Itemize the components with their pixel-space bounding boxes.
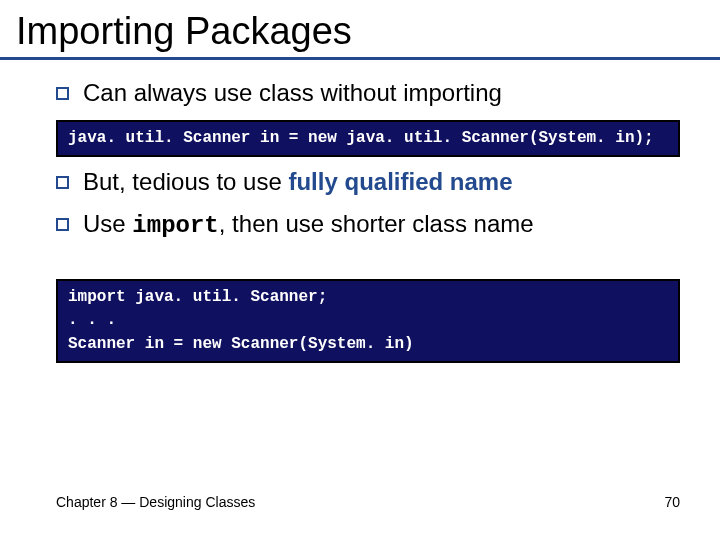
code-box-2: import java. util. Scanner; . . . Scanne… <box>56 279 680 363</box>
square-bullet-icon <box>56 87 69 100</box>
bullet-1: Can always use class without importing <box>56 78 680 108</box>
bullet-2-text: But, tedious to use fully qualified name <box>83 167 513 197</box>
slide-content: Can always use class without importing j… <box>0 60 720 363</box>
slide-title: Importing Packages <box>0 0 720 53</box>
bullet-3-post: , then use shorter class name <box>219 210 534 237</box>
square-bullet-icon <box>56 218 69 231</box>
bullet-2: But, tedious to use fully qualified name <box>56 167 680 197</box>
square-bullet-icon <box>56 176 69 189</box>
footer-chapter: Chapter 8 — Designing Classes <box>56 494 255 510</box>
bullet-2-pre: But, tedious to use <box>83 168 288 195</box>
bullet-3-text: Use import, then use shorter class name <box>83 209 534 241</box>
code-box-1: java. util. Scanner in = new java. util.… <box>56 120 680 157</box>
bullet-3-pre: Use <box>83 210 132 237</box>
bullet-3-code: import <box>132 212 218 239</box>
bullet-2-emphasis: fully qualified name <box>288 168 512 195</box>
bullet-3: Use import, then use shorter class name <box>56 209 680 241</box>
bullet-1-text: Can always use class without importing <box>83 78 502 108</box>
slide-footer: Chapter 8 — Designing Classes 70 <box>56 494 680 510</box>
footer-page-number: 70 <box>664 494 680 510</box>
